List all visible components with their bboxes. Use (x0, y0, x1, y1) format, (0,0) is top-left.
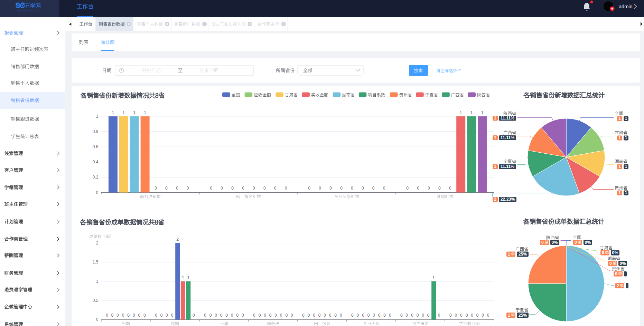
svg-text:0: 0 (422, 313, 424, 318)
svg-text:1: 1 (625, 190, 627, 195)
svg-text:22.23%: 22.23% (501, 197, 515, 202)
svg-text:1: 1 (494, 135, 496, 140)
svg-text:0: 0 (127, 313, 130, 318)
svg-text:0: 0 (340, 186, 343, 191)
svg-text:11.11%: 11.11% (501, 164, 514, 169)
svg-text:0: 0 (427, 313, 430, 318)
svg-text:0: 0 (357, 313, 359, 318)
svg-text:1: 1 (618, 190, 621, 195)
svg-text:0: 0 (438, 313, 440, 318)
svg-text:1: 1 (618, 135, 621, 140)
svg-text:0.8: 0.8 (93, 129, 99, 134)
svg-text:0: 0 (406, 186, 409, 191)
svg-text:0.2: 0.2 (93, 175, 99, 180)
svg-text:0: 0 (383, 186, 385, 191)
svg-text:0%: 0% (620, 261, 626, 266)
svg-text:11.11%: 11.11% (501, 135, 514, 140)
svg-text:1: 1 (96, 114, 99, 119)
svg-text:0.4: 0.4 (93, 160, 99, 164)
svg-text:0: 0 (372, 186, 375, 191)
svg-text:1: 1 (508, 313, 510, 318)
svg-text:0: 0 (308, 186, 310, 191)
svg-text:0: 0 (313, 313, 315, 318)
svg-text:1: 1 (494, 164, 496, 169)
svg-text:1: 1 (182, 275, 184, 280)
svg-text:1: 1 (96, 279, 99, 284)
svg-text:1: 1 (618, 116, 621, 121)
svg-text:0: 0 (259, 313, 261, 318)
svg-text:0: 0 (476, 313, 479, 318)
svg-text:0: 0 (482, 313, 484, 318)
svg-text:0%: 0% (552, 240, 558, 245)
svg-text:0: 0 (466, 313, 468, 318)
svg-text:0: 0 (602, 250, 604, 255)
svg-text:0: 0 (291, 313, 293, 318)
svg-text:admin: admin (619, 4, 633, 9)
svg-text:1: 1 (494, 116, 496, 121)
svg-text:0: 0 (487, 313, 489, 318)
svg-text:1: 1 (618, 164, 621, 169)
svg-text:0: 0 (231, 313, 233, 318)
svg-text:0: 0 (165, 186, 168, 191)
svg-text:0: 0 (122, 313, 124, 318)
svg-text:0: 0 (285, 186, 287, 191)
svg-text:0: 0 (575, 240, 577, 245)
svg-text:0: 0 (541, 240, 544, 245)
svg-text:0: 0 (253, 313, 255, 318)
svg-text:0: 0 (334, 313, 337, 318)
svg-text:0: 0 (155, 186, 157, 191)
svg-text:0: 0 (225, 313, 228, 318)
svg-text:0: 0 (609, 261, 612, 266)
svg-text:0: 0 (106, 313, 108, 318)
svg-text:2: 2 (617, 284, 619, 288)
svg-text:0: 0 (231, 186, 234, 191)
svg-text:0: 0 (389, 313, 391, 318)
svg-text:0: 0 (324, 313, 326, 318)
svg-text:25%: 25% (519, 313, 527, 318)
svg-text:1: 1 (470, 110, 473, 115)
svg-text:0.5: 0.5 (93, 298, 99, 303)
svg-text:0: 0 (378, 313, 381, 318)
svg-text:0: 0 (455, 313, 457, 318)
svg-text:0: 0 (329, 186, 332, 191)
svg-text:0: 0 (417, 313, 419, 318)
svg-text:0: 0 (171, 313, 174, 318)
svg-text:0: 0 (221, 186, 223, 191)
svg-text:0: 0 (236, 313, 239, 318)
svg-text:0: 0 (319, 186, 321, 191)
svg-text:1: 1 (460, 110, 462, 115)
svg-text:0: 0 (280, 313, 282, 318)
svg-text:1: 1 (122, 110, 125, 115)
svg-text:0: 0 (406, 313, 408, 318)
svg-text:0: 0 (242, 186, 244, 191)
svg-text:0.6: 0.6 (93, 144, 99, 149)
svg-text:0: 0 (242, 313, 244, 318)
svg-text:0: 0 (471, 313, 473, 318)
svg-text:0%: 0% (585, 240, 591, 245)
svg-text:1: 1 (625, 135, 627, 140)
svg-text:0: 0 (460, 313, 463, 318)
svg-text:0: 0 (428, 186, 430, 191)
svg-text:0: 0 (160, 313, 163, 318)
svg-text:0: 0 (362, 313, 364, 318)
svg-text:1: 1 (133, 110, 136, 115)
svg-text:0: 0 (204, 313, 206, 318)
svg-text:0: 0 (116, 313, 119, 318)
svg-text:0: 0 (400, 313, 403, 318)
svg-text:25%: 25% (519, 252, 527, 257)
svg-text:0: 0 (274, 313, 277, 318)
svg-text:0: 0 (143, 313, 146, 318)
svg-text:1: 1 (144, 110, 146, 115)
svg-text:0: 0 (264, 313, 266, 318)
svg-text:0: 0 (220, 313, 223, 318)
svg-text:0: 0 (187, 186, 189, 191)
svg-text:2: 2 (494, 197, 496, 202)
svg-text:0: 0 (449, 186, 451, 191)
svg-text:0: 0 (138, 313, 141, 318)
svg-text:0: 0 (318, 313, 321, 318)
svg-text:1.5: 1.5 (93, 260, 99, 265)
svg-text:0: 0 (209, 313, 212, 318)
svg-text:1: 1 (432, 275, 435, 280)
svg-text:0: 0 (449, 313, 452, 318)
svg-text:0: 0 (133, 313, 135, 318)
